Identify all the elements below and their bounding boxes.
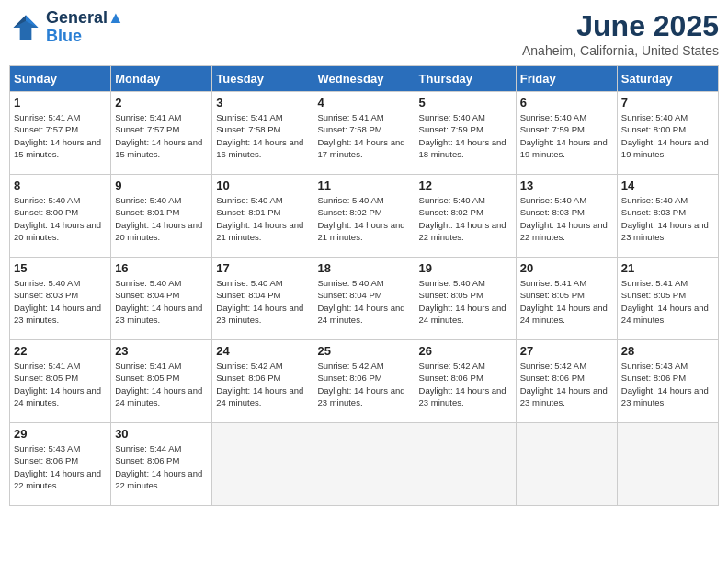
table-row [516, 423, 617, 506]
calendar-header-row: Sunday Monday Tuesday Wednesday Thursday… [10, 66, 719, 92]
calendar-week-1: 1Sunrise: 5:41 AMSunset: 7:57 PMDaylight… [10, 92, 719, 175]
header-saturday: Saturday [617, 66, 718, 92]
logo-icon [9, 11, 42, 44]
table-row: 15Sunrise: 5:40 AMSunset: 8:03 PMDayligh… [10, 258, 111, 340]
calendar-week-5: 29Sunrise: 5:43 AMSunset: 8:06 PMDayligh… [10, 423, 719, 506]
calendar-week-3: 15Sunrise: 5:40 AMSunset: 8:03 PMDayligh… [10, 258, 719, 340]
table-row: 27Sunrise: 5:42 AMSunset: 8:06 PMDayligh… [516, 340, 617, 423]
location-title: Anaheim, California, United States [522, 43, 719, 58]
table-row: 13Sunrise: 5:40 AMSunset: 8:03 PMDayligh… [516, 175, 617, 258]
table-row: 9Sunrise: 5:40 AMSunset: 8:01 PMDaylight… [111, 175, 212, 258]
table-row: 3Sunrise: 5:41 AMSunset: 7:58 PMDaylight… [212, 92, 313, 175]
table-row: 23Sunrise: 5:41 AMSunset: 8:05 PMDayligh… [111, 340, 212, 423]
table-row: 18Sunrise: 5:40 AMSunset: 8:04 PMDayligh… [313, 258, 415, 340]
table-row: 20Sunrise: 5:41 AMSunset: 8:05 PMDayligh… [516, 258, 617, 340]
header-monday: Monday [111, 66, 212, 92]
header-thursday: Thursday [415, 66, 516, 92]
calendar-week-4: 22Sunrise: 5:41 AMSunset: 8:05 PMDayligh… [10, 340, 719, 423]
table-row [313, 423, 415, 506]
table-row: 1Sunrise: 5:41 AMSunset: 7:57 PMDaylight… [10, 92, 111, 175]
table-row: 12Sunrise: 5:40 AMSunset: 8:02 PMDayligh… [415, 175, 516, 258]
table-row: 16Sunrise: 5:40 AMSunset: 8:04 PMDayligh… [111, 258, 212, 340]
table-row: 28Sunrise: 5:43 AMSunset: 8:06 PMDayligh… [617, 340, 718, 423]
table-row: 10Sunrise: 5:40 AMSunset: 8:01 PMDayligh… [212, 175, 313, 258]
table-row: 4Sunrise: 5:41 AMSunset: 7:58 PMDaylight… [313, 92, 415, 175]
table-row: 25Sunrise: 5:42 AMSunset: 8:06 PMDayligh… [313, 340, 415, 423]
header: General▲ Blue June 2025 Anaheim, Califor… [9, 9, 719, 58]
calendar: Sunday Monday Tuesday Wednesday Thursday… [9, 65, 719, 506]
table-row [415, 423, 516, 506]
logo: General▲ Blue [9, 9, 124, 46]
table-row: 2Sunrise: 5:41 AMSunset: 7:57 PMDaylight… [111, 92, 212, 175]
header-friday: Friday [516, 66, 617, 92]
header-wednesday: Wednesday [313, 66, 415, 92]
table-row: 19Sunrise: 5:40 AMSunset: 8:05 PMDayligh… [415, 258, 516, 340]
table-row: 17Sunrise: 5:40 AMSunset: 8:04 PMDayligh… [212, 258, 313, 340]
table-row: 6Sunrise: 5:40 AMSunset: 7:59 PMDaylight… [516, 92, 617, 175]
title-section: June 2025 Anaheim, California, United St… [522, 9, 719, 58]
calendar-week-2: 8Sunrise: 5:40 AMSunset: 8:00 PMDaylight… [10, 175, 719, 258]
header-tuesday: Tuesday [212, 66, 313, 92]
table-row: 11Sunrise: 5:40 AMSunset: 8:02 PMDayligh… [313, 175, 415, 258]
table-row [617, 423, 718, 506]
table-row: 24Sunrise: 5:42 AMSunset: 8:06 PMDayligh… [212, 340, 313, 423]
table-row: 26Sunrise: 5:42 AMSunset: 8:06 PMDayligh… [415, 340, 516, 423]
table-row: 22Sunrise: 5:41 AMSunset: 8:05 PMDayligh… [10, 340, 111, 423]
table-row: 7Sunrise: 5:40 AMSunset: 8:00 PMDaylight… [617, 92, 718, 175]
table-row: 29Sunrise: 5:43 AMSunset: 8:06 PMDayligh… [10, 423, 111, 506]
table-row: 5Sunrise: 5:40 AMSunset: 7:59 PMDaylight… [415, 92, 516, 175]
table-row: 14Sunrise: 5:40 AMSunset: 8:03 PMDayligh… [617, 175, 718, 258]
table-row [212, 423, 313, 506]
table-row: 21Sunrise: 5:41 AMSunset: 8:05 PMDayligh… [617, 258, 718, 340]
logo-text: General▲ Blue [46, 9, 124, 46]
header-sunday: Sunday [10, 66, 111, 92]
table-row: 30Sunrise: 5:44 AMSunset: 8:06 PMDayligh… [111, 423, 212, 506]
table-row: 8Sunrise: 5:40 AMSunset: 8:00 PMDaylight… [10, 175, 111, 258]
month-title: June 2025 [522, 9, 719, 43]
